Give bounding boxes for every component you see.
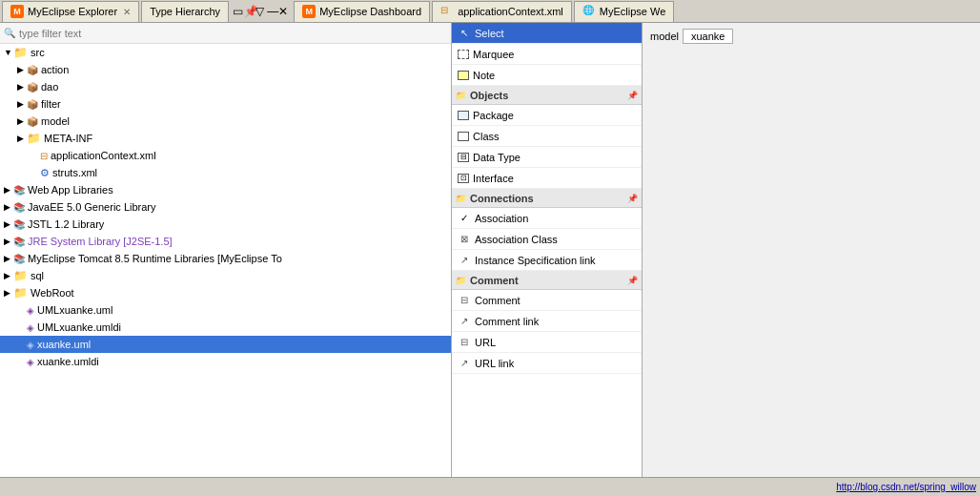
palette-item-association[interactable]: ✓ Association — [452, 208, 642, 229]
tree-arrow: ▶ — [17, 116, 27, 126]
main-area: 🔍 ▼ 📁 src ▶ 📦 action ▶ 📦 dao — [0, 23, 980, 477]
tab-label-we: MyEclipse We — [600, 6, 665, 17]
tree-label: xuanke.umldi — [37, 356, 99, 367]
tree-label: UMLxuanke.uml — [37, 304, 112, 316]
tree-item[interactable]: ▶ 📚 JavaEE 5.0 Generic Library — [0, 198, 451, 216]
tab-application-context[interactable]: ⊟ applicationContext.xml — [432, 1, 572, 22]
palette-item-note[interactable]: Note — [452, 65, 642, 86]
palette-item-url[interactable]: ⊟ URL — [452, 332, 642, 353]
tree-item[interactable]: ▶ 📁 sql — [0, 267, 451, 284]
tree-label: action — [41, 64, 69, 75]
panel-dash-btn[interactable]: — — [267, 1, 278, 22]
jar-icon: 📚 — [13, 202, 25, 213]
tree-label: struts.xml — [52, 167, 97, 178]
tree-label: applicationContext.xml — [51, 150, 156, 161]
tree-item[interactable]: ⚙ struts.xml — [0, 164, 451, 181]
palette-item-association-class[interactable]: ⊠ Association Class — [452, 229, 642, 250]
filter-input[interactable] — [19, 28, 447, 39]
panel-chevron-btn[interactable]: ▽ — [255, 1, 267, 22]
pin-icon: 📌 — [627, 194, 638, 203]
palette-item-marquee[interactable]: Marquee — [452, 44, 642, 65]
tree-item[interactable]: ▼ 📁 src — [0, 44, 451, 61]
palette-item-interface[interactable]: ⊡ Interface — [452, 168, 642, 189]
tree-arrow: ▶ — [4, 237, 13, 246]
right-tab-group: M MyEclipse Dashboard ⊟ applicationConte… — [294, 1, 676, 22]
tree-label: xuanke.uml — [37, 339, 91, 350]
tree-item[interactable]: ◈ UMLxuanke.uml — [0, 301, 451, 319]
tab-label-explorer: MyEclipse Explorer — [28, 6, 117, 17]
tab-myeclipse-we[interactable]: 🌐 MyEclipse We — [574, 1, 674, 22]
canvas-content[interactable]: model xuanke — [643, 23, 980, 477]
folder-icon: 📁 — [13, 286, 28, 300]
tab-close-explorer[interactable]: ✕ — [123, 7, 131, 17]
tree-item[interactable]: ▶ 📦 model — [0, 113, 451, 130]
palette-item-comment[interactable]: ⊟ Comment — [452, 290, 642, 311]
uml-icon: ◈ — [27, 322, 34, 333]
myeclipse-icon: M — [10, 5, 24, 18]
tree-label: model — [41, 115, 70, 127]
palette-section-objects[interactable]: 📁 Objects 📌 — [452, 86, 642, 105]
tree-label: filter — [41, 98, 61, 110]
filter-icon: 🔍 — [4, 28, 15, 38]
tree-item[interactable]: ⊟ applicationContext.xml — [0, 147, 451, 164]
tab-myeclipse-explorer[interactable]: M MyEclipse Explorer ✕ — [2, 1, 139, 22]
tree-arrow: ▶ — [17, 134, 27, 143]
package-icon: 📦 — [27, 65, 38, 75]
pin-icon: 📌 — [627, 91, 638, 100]
canvas-model-box: xuanke — [683, 29, 733, 44]
palette-label: Package — [473, 110, 514, 121]
palette-list: ↖ Select Marquee Note 📁 Objects 📌 — [452, 23, 642, 477]
url-icon: ⊟ — [458, 336, 471, 349]
tree-label: JavaEE 5.0 Generic Library — [28, 201, 156, 213]
palette-item-comment-link[interactable]: ↗ Comment link — [452, 311, 642, 332]
tree-item[interactable]: ▶ 📚 Web App Libraries — [0, 181, 451, 198]
class-icon — [458, 132, 469, 141]
palette-item-class[interactable]: Class — [452, 126, 642, 147]
palette-item-url-link[interactable]: ↗ URL link — [452, 353, 642, 374]
tree-item[interactable]: ▶ 📚 MyEclipse Tomcat 8.5 Runtime Librari… — [0, 250, 451, 267]
tree-item[interactable]: ▶ 📁 META-INF — [0, 130, 451, 147]
section-folder-icon: 📁 — [456, 276, 466, 285]
status-url[interactable]: http://blog.csdn.net/spring_willow — [836, 482, 976, 492]
section-label: Comment — [470, 275, 519, 286]
tree-arrow: ▼ — [4, 48, 13, 57]
palette-label: Select — [475, 28, 504, 39]
tree-item[interactable]: ◈ xuanke.umldi — [0, 353, 451, 370]
palette-item-instance-spec[interactable]: ↗ Instance Specification link — [452, 250, 642, 271]
panel-close-btn[interactable]: ✕ — [278, 1, 290, 22]
tree-item[interactable]: ▶ 📦 filter — [0, 95, 451, 113]
canvas-area: model xuanke — [643, 23, 980, 477]
status-bar: http://blog.csdn.net/spring_willow — [0, 477, 980, 496]
palette-section-comment[interactable]: 📁 Comment 📌 — [452, 271, 642, 290]
palette-item-package[interactable]: Package — [452, 105, 642, 126]
tree-item[interactable]: ▶ 📚 JRE System Library [J2SE-1.5] — [0, 233, 451, 250]
palette-label: Marquee — [473, 49, 514, 60]
tree-item[interactable]: ▶ 📚 JSTL 1.2 Library — [0, 216, 451, 233]
tree-arrow: ▶ — [4, 271, 13, 280]
palette-section-connections[interactable]: 📁 Connections 📌 — [452, 189, 642, 208]
tab-type-hierarchy[interactable]: Type Hierarchy — [141, 1, 229, 22]
tree-item[interactable]: ◈ UMLxuanke.umldi — [0, 319, 451, 336]
package-icon: 📦 — [27, 116, 38, 127]
palette-panel: ↖ Select Marquee Note 📁 Objects 📌 — [452, 23, 643, 477]
comment-icon: ⊟ — [458, 294, 471, 307]
tree-label: WebRoot — [31, 287, 74, 299]
tree-label: JSTL 1.2 Library — [28, 218, 104, 230]
tree-item[interactable]: ▶ 📁 WebRoot — [0, 284, 451, 301]
tree-label: src — [31, 47, 45, 58]
panel-minimize-btn[interactable]: ▭ — [233, 1, 244, 22]
folder-icon: 📁 — [27, 132, 41, 145]
tree-label: sql — [31, 270, 44, 281]
tab-dashboard[interactable]: M MyEclipse Dashboard — [294, 1, 430, 22]
tree-item[interactable]: ▶ 📦 action — [0, 61, 451, 78]
tree-item[interactable]: ▶ 📦 dao — [0, 78, 451, 95]
datatype-icon: ⊟ — [458, 153, 469, 162]
panel-pin-btn[interactable]: 📌 — [244, 1, 255, 22]
palette-label: Comment link — [475, 316, 539, 327]
tree-label: META-INF — [44, 133, 92, 144]
tree-item-xuanke-uml[interactable]: ◈ xuanke.uml — [0, 336, 451, 353]
palette-item-datatype[interactable]: ⊟ Data Type — [452, 147, 642, 168]
palette-item-select[interactable]: ↖ Select — [452, 23, 642, 44]
folder-icon: 📁 — [13, 46, 28, 59]
xml-file-icon: ⊟ — [40, 151, 48, 161]
